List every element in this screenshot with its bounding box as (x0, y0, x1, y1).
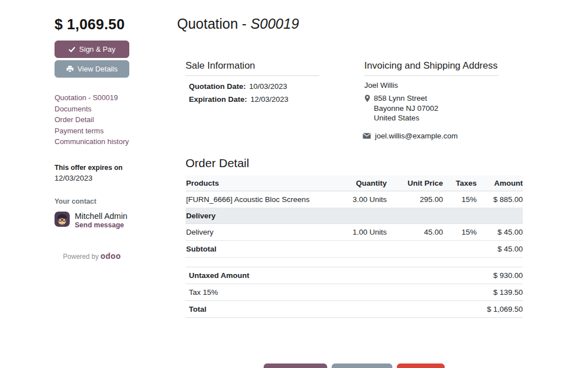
line-quantity: 1.00 Units (325, 223, 387, 240)
sidebar-link-quotation[interactable]: Quotation - S00019 (55, 92, 177, 104)
customer-email[interactable]: joel.willis@example.com (375, 132, 458, 140)
line-amount: $ 885.00 (477, 191, 523, 208)
sidebar-link-order-detail[interactable]: Order Detail (55, 114, 177, 125)
footer-feedback-button[interactable]: Feedback (332, 363, 392, 368)
quotation-portal-page: $ 1,069.50 Sign & Pay View Details Quota… (0, 0, 588, 368)
section-label: Delivery (186, 208, 523, 223)
line-amount: $ 45.00 (477, 223, 523, 240)
expiration-date-label: Expiration Date: (189, 95, 247, 104)
footer-reject-button[interactable]: Reject (397, 363, 445, 368)
sale-information-section: Sale Information Quotation Date:10/03/20… (186, 60, 364, 140)
tax-label: Tax 15% (186, 284, 401, 300)
powered-by-label: Powered by (63, 253, 98, 261)
untaxed-amount-label: Untaxed Amount (186, 267, 401, 284)
odoo-logo: odoo (101, 252, 121, 261)
sidebar: $ 1,069.50 Sign & Pay View Details Quota… (55, 16, 177, 368)
quotation-date-value: 10/03/2023 (249, 82, 287, 91)
order-table-header-row: Products Quantity Unit Price Taxes Amoun… (186, 176, 523, 191)
address-country: United States (374, 113, 438, 123)
contact-label: Your contact (55, 198, 177, 205)
untaxed-amount-value: $ 930.00 (401, 267, 523, 284)
envelope-icon (363, 133, 371, 139)
check-icon (69, 46, 75, 53)
total-row: Total $ 1,069.50 (186, 300, 523, 317)
send-message-link[interactable]: Send message (75, 221, 124, 229)
line-product: [FURN_6666] Acoustic Bloc Screens (186, 191, 325, 208)
order-line-row: [FURN_6666] Acoustic Bloc Screens 3.00 U… (186, 191, 523, 208)
sidebar-link-communication-history[interactable]: Communication history (55, 136, 177, 147)
line-unit-price: 295.00 (387, 191, 443, 208)
address-street: 858 Lynn Street (374, 93, 438, 104)
address-heading: Invoicing and Shipping Address (364, 60, 498, 76)
page-title-prefix: Quotation - (177, 16, 251, 32)
line-product: Delivery (186, 223, 325, 240)
line-quantity: 3.00 Units (325, 191, 387, 208)
contact-name: Mitchell Admin (75, 212, 127, 221)
line-unit-price: 45.00 (387, 223, 443, 240)
column-products: Products (186, 176, 325, 191)
line-taxes: 15% (443, 191, 477, 208)
contact-card: Your contact Mitchell Admin Send (55, 198, 177, 229)
column-quantity: Quantity (325, 176, 387, 191)
column-unit-price: Unit Price (387, 176, 443, 191)
address-section: Invoicing and Shipping Address Joel Will… (364, 60, 523, 140)
subtotal-value: $ 45.00 (477, 240, 523, 257)
sidebar-link-payment-terms[interactable]: Payment terms (55, 125, 177, 137)
page-title: Quotation - S00019 (177, 16, 523, 32)
line-taxes: 15% (443, 223, 477, 240)
sidebar-link-documents[interactable]: Documents (55, 104, 177, 115)
customer-name: Joel Willis (364, 81, 523, 89)
footer-actions: Sign & Pay Feedback Reject (186, 363, 523, 368)
sale-information-heading: Sale Information (186, 60, 319, 76)
page-title-reference: S00019 (251, 16, 299, 32)
main-content: Quotation - S00019 Sale Information Quot… (177, 16, 523, 368)
tax-row: Tax 15% $ 139.50 (186, 284, 523, 300)
offer-expiry: This offer expires on 12/03/2023 (55, 164, 177, 182)
offer-expiry-label: This offer expires on (55, 164, 177, 172)
expiration-date-row: Expiration Date:12/03/2023 (186, 94, 364, 107)
subtotal-row: Subtotal $ 45.00 (186, 240, 523, 257)
subtotal-label: Subtotal (186, 240, 477, 257)
sign-pay-label: Sign & Pay (79, 45, 115, 53)
offer-expiry-date: 12/03/2023 (55, 174, 177, 182)
order-line-row: Delivery 1.00 Units 45.00 15% $ 45.00 (186, 223, 523, 240)
order-lines-table: Products Quantity Unit Price Taxes Amoun… (186, 176, 523, 258)
expiration-date-value: 12/03/2023 (251, 95, 289, 104)
powered-by: Powered by odoo (55, 252, 129, 261)
sidebar-nav: Quotation - S00019 Documents Order Detai… (55, 92, 177, 147)
sign-pay-button[interactable]: Sign & Pay (55, 41, 129, 58)
totals-table: Untaxed Amount $ 930.00 Tax 15% $ 139.50… (186, 267, 523, 318)
view-details-button[interactable]: View Details (55, 60, 129, 78)
order-section-row: Delivery (186, 208, 523, 223)
view-details-label: View Details (78, 65, 117, 73)
avatar (55, 212, 70, 227)
column-amount: Amount (477, 176, 523, 191)
order-total-amount: $ 1,069.50 (55, 16, 177, 33)
printer-icon (66, 65, 74, 73)
quotation-date-label: Quotation Date: (189, 82, 246, 91)
quotation-date-row: Quotation Date:10/03/2023 (186, 81, 364, 94)
address-city: Bayonne NJ 07002 (374, 104, 438, 114)
column-taxes: Taxes (443, 176, 477, 191)
map-pin-icon (364, 95, 370, 102)
total-label: Total (186, 300, 401, 317)
footer-sign-pay-button[interactable]: Sign & Pay (264, 363, 327, 368)
untaxed-amount-row: Untaxed Amount $ 930.00 (186, 267, 523, 284)
order-detail-heading: Order Detail (186, 156, 523, 170)
tax-value: $ 139.50 (401, 284, 523, 300)
total-value: $ 1,069.50 (401, 300, 523, 317)
